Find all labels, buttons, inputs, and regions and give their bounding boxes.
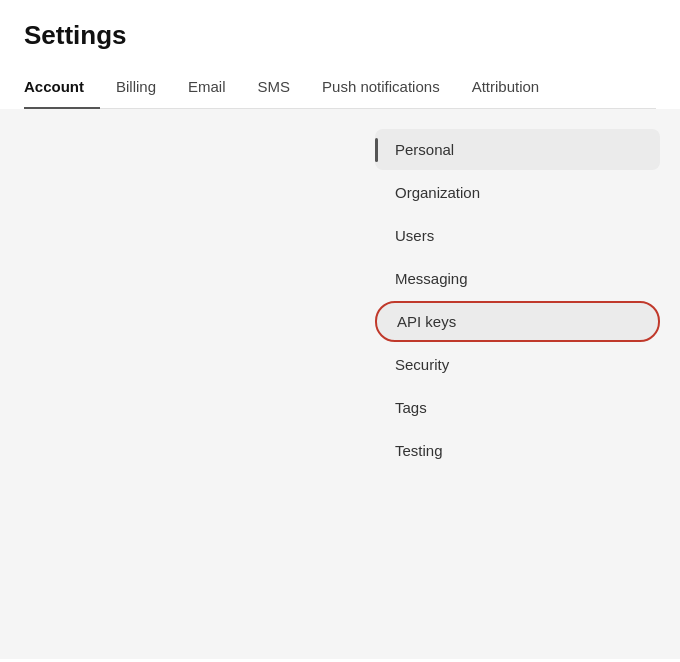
sidebar-item-organization[interactable]: Organization	[375, 172, 660, 213]
tab-account[interactable]: Account	[24, 70, 100, 109]
sidebar-item-api-keys[interactable]: API keys	[375, 301, 660, 342]
header-section: Settings AccountBillingEmailSMSPush noti…	[0, 0, 680, 109]
tab-billing[interactable]: Billing	[100, 70, 172, 109]
sidebar-item-tags[interactable]: Tags	[375, 387, 660, 428]
page-container: Settings AccountBillingEmailSMSPush noti…	[0, 0, 680, 662]
tabs-nav: AccountBillingEmailSMSPush notifications…	[24, 69, 656, 109]
tab-attribution[interactable]: Attribution	[456, 70, 556, 109]
sidebar-item-personal[interactable]: Personal	[375, 129, 660, 170]
sidebar-item-testing[interactable]: Testing	[375, 430, 660, 471]
tab-sms[interactable]: SMS	[242, 70, 307, 109]
left-spacer	[0, 109, 375, 659]
sidebar-item-messaging[interactable]: Messaging	[375, 258, 660, 299]
sidebar-item-security[interactable]: Security	[375, 344, 660, 385]
tab-email[interactable]: Email	[172, 70, 242, 109]
content-area: PersonalOrganizationUsersMessagingAPI ke…	[0, 109, 680, 659]
sidebar-menu: PersonalOrganizationUsersMessagingAPI ke…	[375, 109, 680, 659]
tab-push-notifications[interactable]: Push notifications	[306, 70, 456, 109]
sidebar-item-users[interactable]: Users	[375, 215, 660, 256]
page-title: Settings	[24, 20, 656, 51]
